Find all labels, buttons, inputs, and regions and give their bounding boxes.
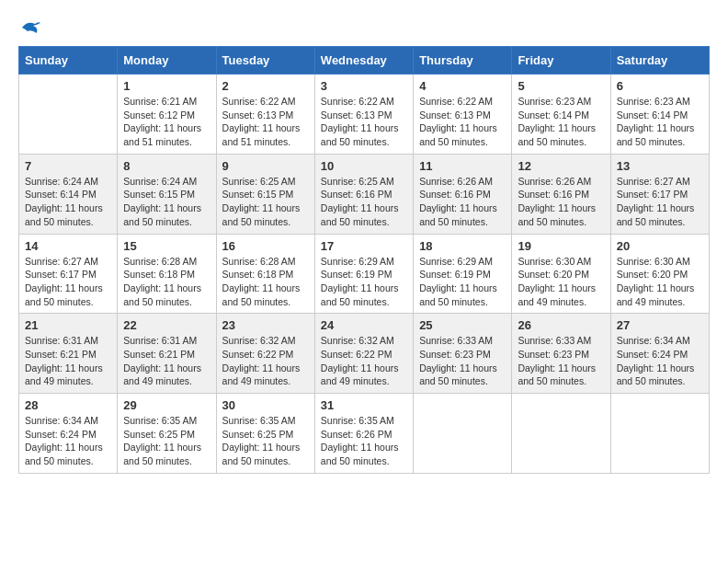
day-info: Sunrise: 6:23 AMSunset: 6:14 PMDaylight:…	[518, 95, 604, 149]
day-number: 1	[123, 79, 210, 93]
day-info: Sunrise: 6:24 AMSunset: 6:15 PMDaylight:…	[123, 175, 210, 229]
calendar-cell: 1Sunrise: 6:21 AMSunset: 6:12 PMDaylight…	[118, 75, 216, 155]
day-number: 12	[518, 159, 604, 173]
calendar-cell: 10Sunrise: 6:25 AMSunset: 6:16 PMDayligh…	[314, 154, 413, 234]
calendar-cell: 28Sunrise: 6:34 AMSunset: 6:24 PMDayligh…	[19, 394, 118, 474]
calendar-cell: 19Sunrise: 6:30 AMSunset: 6:20 PMDayligh…	[512, 234, 610, 314]
column-header-sunday: Sunday	[19, 47, 118, 75]
day-info: Sunrise: 6:29 AMSunset: 6:19 PMDaylight:…	[321, 255, 407, 309]
day-info: Sunrise: 6:27 AMSunset: 6:17 PMDaylight:…	[617, 175, 703, 229]
day-number: 6	[617, 79, 703, 93]
day-number: 25	[419, 318, 506, 332]
calendar-cell: 3Sunrise: 6:22 AMSunset: 6:13 PMDaylight…	[314, 75, 413, 155]
day-number: 28	[25, 398, 111, 412]
column-header-thursday: Thursday	[414, 47, 512, 75]
calendar-cell: 6Sunrise: 6:23 AMSunset: 6:14 PMDaylight…	[610, 75, 709, 155]
day-number: 24	[321, 318, 407, 332]
calendar-cell	[512, 394, 610, 474]
day-info: Sunrise: 6:33 AMSunset: 6:23 PMDaylight:…	[518, 334, 604, 388]
calendar-cell	[19, 75, 118, 155]
day-number: 23	[222, 318, 309, 332]
calendar-cell: 17Sunrise: 6:29 AMSunset: 6:19 PMDayligh…	[314, 234, 413, 314]
day-number: 21	[25, 318, 111, 332]
day-info: Sunrise: 6:25 AMSunset: 6:16 PMDaylight:…	[321, 175, 407, 229]
day-info: Sunrise: 6:29 AMSunset: 6:19 PMDaylight:…	[419, 255, 506, 309]
day-number: 20	[617, 239, 703, 253]
day-number: 14	[25, 239, 111, 253]
calendar-cell: 4Sunrise: 6:22 AMSunset: 6:13 PMDaylight…	[414, 75, 512, 155]
calendar-cell	[414, 394, 512, 474]
column-header-wednesday: Wednesday	[314, 47, 413, 75]
calendar-cell	[610, 394, 709, 474]
day-number: 27	[617, 318, 703, 332]
calendar-cell: 14Sunrise: 6:27 AMSunset: 6:17 PMDayligh…	[19, 234, 118, 314]
day-info: Sunrise: 6:32 AMSunset: 6:22 PMDaylight:…	[321, 334, 407, 388]
calendar-week-row: 14Sunrise: 6:27 AMSunset: 6:17 PMDayligh…	[19, 234, 710, 314]
column-header-saturday: Saturday	[610, 47, 709, 75]
day-number: 22	[123, 318, 210, 332]
day-info: Sunrise: 6:31 AMSunset: 6:21 PMDaylight:…	[123, 334, 210, 388]
day-number: 19	[518, 239, 604, 253]
calendar-cell: 27Sunrise: 6:34 AMSunset: 6:24 PMDayligh…	[610, 314, 709, 394]
day-info: Sunrise: 6:22 AMSunset: 6:13 PMDaylight:…	[321, 95, 407, 149]
calendar-cell: 20Sunrise: 6:30 AMSunset: 6:20 PMDayligh…	[610, 234, 709, 314]
calendar-table: SundayMondayTuesdayWednesdayThursdayFrid…	[18, 46, 710, 474]
calendar-cell: 8Sunrise: 6:24 AMSunset: 6:15 PMDaylight…	[118, 154, 216, 234]
day-info: Sunrise: 6:27 AMSunset: 6:17 PMDaylight:…	[25, 255, 111, 309]
day-info: Sunrise: 6:32 AMSunset: 6:22 PMDaylight:…	[222, 334, 309, 388]
calendar-week-row: 1Sunrise: 6:21 AMSunset: 6:12 PMDaylight…	[19, 75, 710, 155]
day-number: 2	[222, 79, 309, 93]
day-info: Sunrise: 6:35 AMSunset: 6:25 PMDaylight:…	[222, 414, 309, 468]
day-info: Sunrise: 6:25 AMSunset: 6:15 PMDaylight:…	[222, 175, 309, 229]
day-info: Sunrise: 6:28 AMSunset: 6:18 PMDaylight:…	[222, 255, 309, 309]
logo	[18, 18, 42, 37]
calendar-cell: 31Sunrise: 6:35 AMSunset: 6:26 PMDayligh…	[314, 394, 413, 474]
calendar-cell: 15Sunrise: 6:28 AMSunset: 6:18 PMDayligh…	[118, 234, 216, 314]
day-info: Sunrise: 6:26 AMSunset: 6:16 PMDaylight:…	[518, 175, 604, 229]
calendar-cell: 25Sunrise: 6:33 AMSunset: 6:23 PMDayligh…	[414, 314, 512, 394]
calendar-week-row: 28Sunrise: 6:34 AMSunset: 6:24 PMDayligh…	[19, 394, 710, 474]
day-info: Sunrise: 6:35 AMSunset: 6:26 PMDaylight:…	[321, 414, 407, 468]
calendar-cell: 12Sunrise: 6:26 AMSunset: 6:16 PMDayligh…	[512, 154, 610, 234]
calendar-cell: 21Sunrise: 6:31 AMSunset: 6:21 PMDayligh…	[19, 314, 118, 394]
day-number: 16	[222, 239, 309, 253]
calendar-cell: 29Sunrise: 6:35 AMSunset: 6:25 PMDayligh…	[118, 394, 216, 474]
day-info: Sunrise: 6:28 AMSunset: 6:18 PMDaylight:…	[123, 255, 210, 309]
logo-bird-icon	[20, 18, 42, 37]
day-number: 29	[123, 398, 210, 412]
day-info: Sunrise: 6:35 AMSunset: 6:25 PMDaylight:…	[123, 414, 210, 468]
calendar-cell: 26Sunrise: 6:33 AMSunset: 6:23 PMDayligh…	[512, 314, 610, 394]
day-info: Sunrise: 6:23 AMSunset: 6:14 PMDaylight:…	[617, 95, 703, 149]
calendar-cell: 23Sunrise: 6:32 AMSunset: 6:22 PMDayligh…	[216, 314, 314, 394]
day-number: 13	[617, 159, 703, 173]
day-number: 31	[321, 398, 407, 412]
day-number: 9	[222, 159, 309, 173]
calendar-week-row: 21Sunrise: 6:31 AMSunset: 6:21 PMDayligh…	[19, 314, 710, 394]
calendar-week-row: 7Sunrise: 6:24 AMSunset: 6:14 PMDaylight…	[19, 154, 710, 234]
day-info: Sunrise: 6:33 AMSunset: 6:23 PMDaylight:…	[419, 334, 506, 388]
day-info: Sunrise: 6:30 AMSunset: 6:20 PMDaylight:…	[617, 255, 703, 309]
day-info: Sunrise: 6:24 AMSunset: 6:14 PMDaylight:…	[25, 175, 111, 229]
day-info: Sunrise: 6:22 AMSunset: 6:13 PMDaylight:…	[222, 95, 309, 149]
calendar-cell: 24Sunrise: 6:32 AMSunset: 6:22 PMDayligh…	[314, 314, 413, 394]
day-number: 30	[222, 398, 309, 412]
day-info: Sunrise: 6:34 AMSunset: 6:24 PMDaylight:…	[25, 414, 111, 468]
day-number: 10	[321, 159, 407, 173]
calendar-cell: 16Sunrise: 6:28 AMSunset: 6:18 PMDayligh…	[216, 234, 314, 314]
day-number: 4	[419, 79, 506, 93]
day-info: Sunrise: 6:34 AMSunset: 6:24 PMDaylight:…	[617, 334, 703, 388]
calendar-cell: 30Sunrise: 6:35 AMSunset: 6:25 PMDayligh…	[216, 394, 314, 474]
day-number: 15	[123, 239, 210, 253]
day-number: 3	[321, 79, 407, 93]
day-number: 7	[25, 159, 111, 173]
day-number: 5	[518, 79, 604, 93]
page-header	[18, 18, 710, 37]
day-number: 17	[321, 239, 407, 253]
calendar-cell: 2Sunrise: 6:22 AMSunset: 6:13 PMDaylight…	[216, 75, 314, 155]
day-number: 11	[419, 159, 506, 173]
calendar-header-row: SundayMondayTuesdayWednesdayThursdayFrid…	[19, 47, 710, 75]
column-header-tuesday: Tuesday	[216, 47, 314, 75]
calendar-cell: 7Sunrise: 6:24 AMSunset: 6:14 PMDaylight…	[19, 154, 118, 234]
calendar-cell: 9Sunrise: 6:25 AMSunset: 6:15 PMDaylight…	[216, 154, 314, 234]
day-number: 18	[419, 239, 506, 253]
